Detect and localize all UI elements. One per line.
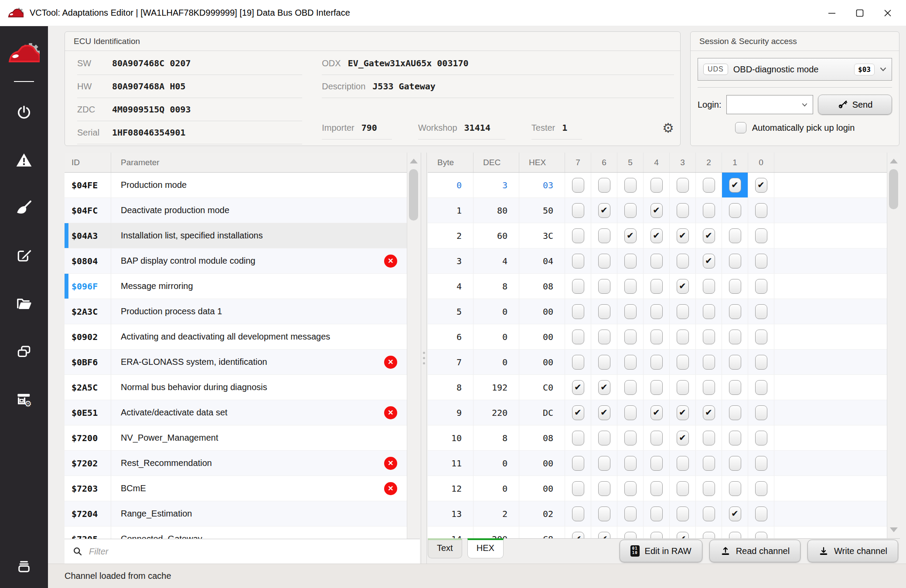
bit-checkbox[interactable]: ✔ xyxy=(703,228,715,243)
byte-row[interactable]: 3404✔ xyxy=(428,248,887,274)
bit-checkbox[interactable] xyxy=(572,431,584,445)
bit-checkbox[interactable] xyxy=(677,355,689,370)
edit-icon[interactable] xyxy=(16,248,32,264)
bit-checkbox[interactable] xyxy=(755,506,767,521)
bit-checkbox[interactable] xyxy=(651,481,663,496)
tab-text[interactable]: Text xyxy=(428,538,462,558)
byte-scrollbar[interactable] xyxy=(887,153,900,538)
bit-checkbox[interactable] xyxy=(677,481,689,496)
edit-in-raw-button[interactable]: 0110 Edit in RAW xyxy=(620,540,702,562)
channel-row[interactable]: $2A3CProduction process data 1 xyxy=(65,299,407,324)
bit-checkbox[interactable]: ✔ xyxy=(703,254,715,269)
bit-checkbox[interactable] xyxy=(677,178,689,193)
bit-checkbox[interactable] xyxy=(572,203,584,218)
bit-checkbox[interactable] xyxy=(677,304,689,319)
channel-row[interactable]: $04A3Installation list, specified instal… xyxy=(65,223,407,248)
bit-checkbox[interactable] xyxy=(703,481,715,496)
byte-row[interactable]: 10808✔ xyxy=(428,425,887,451)
bit-checkbox[interactable] xyxy=(598,254,610,269)
bit-checkbox[interactable] xyxy=(755,405,767,420)
byte-row[interactable]: 14200C8✔✔✔ xyxy=(428,527,887,538)
bit-checkbox[interactable] xyxy=(572,178,584,193)
bit-checkbox[interactable] xyxy=(598,456,610,471)
byte-row[interactable]: 11000 xyxy=(428,451,887,476)
bit-checkbox[interactable] xyxy=(729,456,741,471)
bit-checkbox[interactable] xyxy=(651,330,663,344)
byte-row[interactable]: 4808✔ xyxy=(428,274,887,299)
bit-checkbox[interactable] xyxy=(624,532,637,539)
bit-checkbox[interactable]: ✔ xyxy=(677,532,689,539)
scroll-up-arrow-icon[interactable] xyxy=(890,159,898,163)
bit-checkbox[interactable] xyxy=(755,481,767,496)
channel-row[interactable]: $7203BCmE✕ xyxy=(65,476,407,501)
byte-row[interactable]: 5000 xyxy=(428,299,887,324)
bit-checkbox[interactable] xyxy=(651,380,663,395)
bit-checkbox[interactable] xyxy=(703,532,715,539)
bit-checkbox[interactable] xyxy=(677,506,689,521)
channel-row[interactable]: $2A5CNormal bus behavior during diagnosi… xyxy=(65,375,407,400)
bit-checkbox[interactable] xyxy=(624,431,637,445)
byte-row[interactable]: 13202✔ xyxy=(428,501,887,527)
bit-checkbox[interactable]: ✔ xyxy=(729,506,741,521)
bit-checkbox[interactable] xyxy=(572,481,584,496)
channel-row[interactable]: $7200NV_Power_Management xyxy=(65,425,407,451)
bit-checkbox[interactable] xyxy=(703,431,715,445)
bit-checkbox[interactable]: ✔ xyxy=(677,228,689,243)
bit-checkbox[interactable] xyxy=(677,380,689,395)
scrollbar-thumb[interactable] xyxy=(889,169,898,209)
bit-checkbox[interactable]: ✔ xyxy=(598,203,610,218)
bit-checkbox[interactable]: ✔ xyxy=(651,228,663,243)
byte-row[interactable]: 18050✔✔ xyxy=(428,198,887,223)
bit-checkbox[interactable] xyxy=(651,532,663,539)
bit-checkbox[interactable]: ✔ xyxy=(598,405,610,420)
bit-checkbox[interactable] xyxy=(598,355,610,370)
channel-row[interactable]: $0BF6ERA-GLONASS system, identification✕ xyxy=(65,350,407,375)
bit-checkbox[interactable] xyxy=(651,304,663,319)
bit-checkbox[interactable] xyxy=(572,304,584,319)
bit-checkbox[interactable] xyxy=(755,254,767,269)
bit-checkbox[interactable] xyxy=(755,203,767,218)
bit-checkbox[interactable] xyxy=(624,481,637,496)
byte-row[interactable]: 6000 xyxy=(428,324,887,350)
bit-checkbox[interactable] xyxy=(703,203,715,218)
bit-checkbox[interactable]: ✔ xyxy=(755,178,767,193)
bit-checkbox[interactable] xyxy=(624,355,637,370)
bit-checkbox[interactable] xyxy=(729,405,741,420)
login-combobox[interactable] xyxy=(726,95,814,114)
bit-checkbox[interactable] xyxy=(651,254,663,269)
bit-checkbox[interactable] xyxy=(651,456,663,471)
bit-checkbox[interactable]: ✔ xyxy=(677,431,689,445)
channel-row[interactable]: $0E51Activate/deactivate data set✕ xyxy=(65,400,407,425)
bit-checkbox[interactable] xyxy=(624,405,637,420)
channel-row[interactable]: $04FCDeactivate production mode xyxy=(65,198,407,223)
bit-checkbox[interactable] xyxy=(651,431,663,445)
bit-checkbox[interactable] xyxy=(572,355,584,370)
scroll-up-arrow-icon[interactable] xyxy=(410,159,418,163)
byte-row[interactable]: 12000 xyxy=(428,476,887,501)
bit-checkbox[interactable] xyxy=(598,228,610,243)
channel-row[interactable]: $0902Activating and deactivating all dev… xyxy=(65,324,407,350)
channel-row[interactable]: $7205Connected_Gateway xyxy=(65,527,407,539)
bit-checkbox[interactable] xyxy=(624,178,637,193)
bit-checkbox[interactable] xyxy=(703,304,715,319)
bit-checkbox[interactable] xyxy=(677,330,689,344)
bit-checkbox[interactable] xyxy=(651,178,663,193)
bit-checkbox[interactable] xyxy=(755,431,767,445)
auto-login-checkbox[interactable] xyxy=(735,122,746,133)
store-settings-icon[interactable]: ⚙ xyxy=(16,391,32,408)
bit-checkbox[interactable] xyxy=(598,506,610,521)
read-channel-button[interactable]: Read channel xyxy=(709,540,800,562)
bit-checkbox[interactable]: ✔ xyxy=(677,279,689,294)
bit-checkbox[interactable] xyxy=(729,254,741,269)
bit-checkbox[interactable] xyxy=(572,228,584,243)
minimize-button[interactable] xyxy=(818,0,846,26)
send-button[interactable]: Send xyxy=(818,95,892,115)
bit-checkbox[interactable] xyxy=(729,228,741,243)
bit-checkbox[interactable] xyxy=(703,380,715,395)
bit-checkbox[interactable] xyxy=(729,203,741,218)
bit-checkbox[interactable]: ✔ xyxy=(677,405,689,420)
bit-checkbox[interactable] xyxy=(755,279,767,294)
broom-icon[interactable] xyxy=(16,200,32,216)
power-icon[interactable] xyxy=(16,104,32,120)
bit-checkbox[interactable]: ✔ xyxy=(703,405,715,420)
